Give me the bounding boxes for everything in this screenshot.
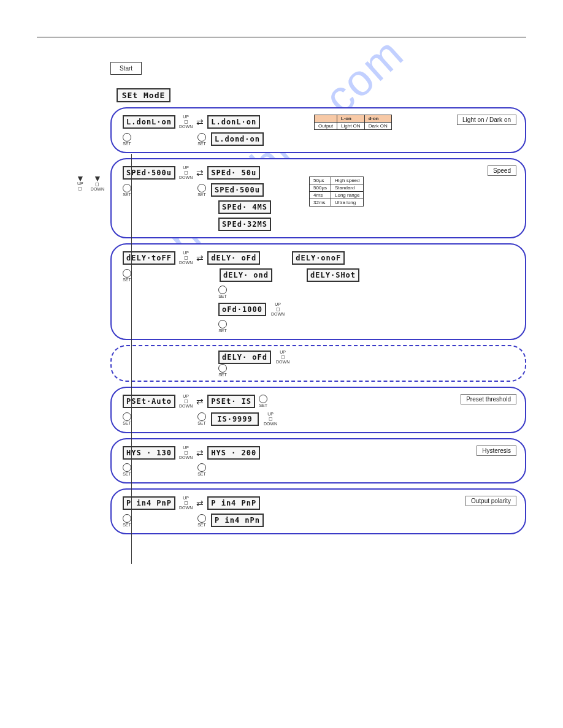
set-button-icon[interactable]: SET — [123, 133, 131, 146]
set-button-icon[interactable]: SET — [218, 286, 227, 298]
start-box: Start — [110, 62, 142, 75]
down-arrow-icon: ▼◻DOWN — [91, 175, 104, 191]
panel-light-dark: Light on / Dark on L.donL·on UP◻DOWN ⇄ L… — [110, 107, 526, 153]
updown-icon: UP◻DOWN — [276, 350, 289, 364]
set-button-icon[interactable]: SET — [123, 269, 131, 282]
panel-label: Hysteresis — [477, 446, 516, 456]
lcd-hys-main: HYS · 130 — [123, 446, 175, 460]
set-button-icon[interactable]: SET — [197, 514, 206, 527]
set-button-icon[interactable]: SET — [123, 412, 131, 425]
set-button-icon[interactable]: SET — [123, 463, 131, 476]
set-button-icon[interactable]: SET — [197, 463, 206, 476]
updown-icon: UP◻DOWN — [179, 115, 193, 129]
set-button-icon[interactable]: SET — [197, 412, 206, 425]
updown-icon: UP◻DOWN — [179, 165, 193, 180]
lcd-speed-opt4: SPEd·32MS — [218, 218, 271, 231]
lcd-ldon-opt1: L.donL·on — [207, 115, 260, 129]
table-speed: 50µsHigh speed 500µsStandard 4msLong ran… — [309, 176, 364, 207]
updown-icon: UP◻DOWN — [179, 496, 193, 510]
set-button-icon[interactable]: SET — [259, 395, 267, 408]
lcd-speed-opt3: SPEd· 4MS — [218, 200, 271, 214]
panel-speed: Speed SPEd·500u UP◻DOWN ⇄ SPEd· 50u SET … — [110, 158, 526, 238]
set-button-icon[interactable]: SET — [123, 514, 131, 527]
lcd-pset-main: PSEt·Auto — [123, 395, 175, 408]
lcd-pinp-main: P in4 PnP — [123, 496, 175, 510]
lcd-pset-val: IS·9999 — [211, 412, 259, 426]
panel-label: Output polarity — [465, 496, 516, 506]
lcd-pinp-opt2: P in4 nPn — [211, 514, 264, 527]
lcd-speed-main: SPEd·500u — [123, 166, 175, 180]
lcd-pinp-opt1: P in4 PnP — [207, 496, 260, 510]
panel-hysteresis: Hysteresis HYS · 130 UP◻DOWN ⇄ HYS · 200… — [110, 438, 526, 483]
panel-output-polarity: Output polarity P in4 PnP UP◻DOWN ⇄ P in… — [110, 488, 526, 534]
updown-icon: UP◻DOWN — [271, 302, 285, 316]
lcd-delay-onof: dELY·onoF — [292, 251, 345, 265]
lcd-speed-opt1: SPEd· 50u — [207, 166, 260, 180]
left-up-down-buttons: ▼UP◻ ▼◻DOWN — [76, 175, 104, 191]
up-arrow-icon: ▼UP◻ — [76, 175, 85, 191]
updown-icon: UP◻DOWN — [179, 446, 193, 460]
lcd-delay-ofd: dELY· oFd — [207, 251, 260, 265]
updown-icon: UP◻DOWN — [264, 412, 277, 426]
lcd-delay-main: dELY·toFF — [123, 251, 175, 265]
lcd-speed-opt2: SPEd·500u — [211, 183, 264, 197]
lcd-pset-opt: PSEt· IS — [207, 395, 255, 408]
table-light-dark: L·ond·on OutputLight ONDark ON — [314, 115, 392, 130]
lcd-ldon-opt2: L.dond·on — [211, 132, 264, 146]
panel-delay-sub: dELY· oFd UP◻DOWN SET — [110, 345, 526, 382]
main-flow-line — [131, 154, 132, 564]
set-button-icon[interactable]: SET — [218, 320, 227, 333]
lcd-delay-ond: dELY· ond — [220, 268, 272, 282]
lcd-delay-shot: dELY·SHot — [307, 268, 359, 282]
panel-label: Light on / Dark on — [457, 115, 516, 125]
panel-label: Speed — [488, 165, 516, 176]
lcd-hys-opt: HYS · 200 — [207, 446, 260, 460]
lcd-ldon-main: L.donL·on — [123, 115, 175, 129]
set-button-icon[interactable]: SET — [123, 184, 131, 197]
lcd-delay-value: oFd·1000 — [218, 303, 266, 316]
lcd-set-mode: SEt ModE — [117, 88, 170, 102]
set-button-icon[interactable]: SET — [197, 133, 206, 146]
lcd-delay-sub: dELY· oFd — [218, 351, 271, 364]
panel-label: Preset threshold — [461, 394, 516, 404]
panel-delay: dELY·toFF UP◻DOWN ⇄ dELY· oFd dELY·onoF … — [110, 243, 526, 340]
set-button-icon[interactable]: SET — [197, 184, 206, 197]
updown-icon: UP◻DOWN — [179, 251, 193, 265]
updown-icon: UP◻DOWN — [179, 394, 193, 408]
set-button-icon[interactable]: SET — [218, 364, 227, 377]
panel-preset: Preset threshold PSEt·Auto UP◻DOWN ⇄ PSE… — [110, 387, 526, 433]
